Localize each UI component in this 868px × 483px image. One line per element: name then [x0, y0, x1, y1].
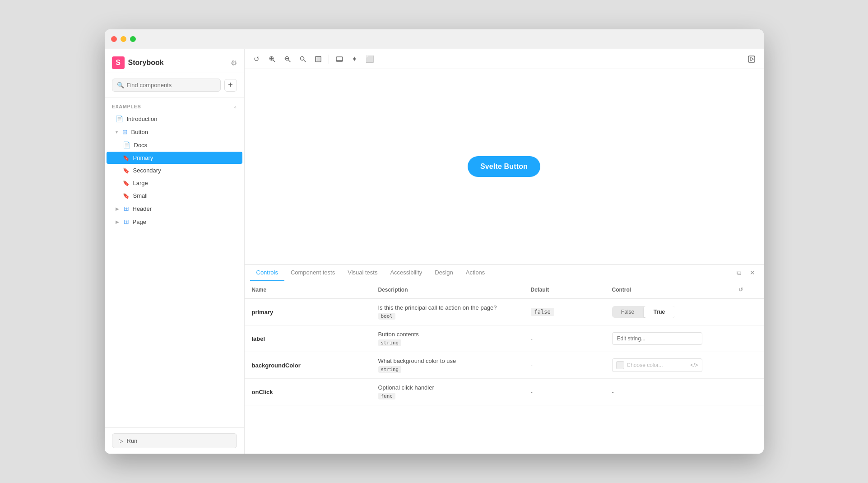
sidebar-item-page[interactable]: ▶ ⊞ Page [107, 215, 242, 228]
toggle-control[interactable]: False True [612, 306, 675, 318]
row-control: Choose color... </> [612, 358, 738, 372]
content-area: ↺ ✦ ⬜ [245, 49, 764, 454]
col-header-name: Name [252, 285, 378, 295]
sidebar-item-primary[interactable]: 🔖 Primary [107, 152, 242, 164]
logo-area: S Storybook [112, 56, 164, 69]
app-name: Storybook [128, 59, 164, 67]
zoom-in-button[interactable] [265, 52, 279, 66]
col-header-reset: ↺ [738, 285, 757, 295]
sidebar-item-label: Secondary [133, 167, 161, 174]
new-tab-button[interactable] [745, 52, 758, 66]
table-row: backgroundColor What background color to… [245, 352, 764, 379]
settings-icon[interactable]: ⚙ [231, 59, 237, 67]
zoom-out-button[interactable] [281, 52, 294, 66]
row-control: - [612, 388, 738, 396]
app-window: S Storybook ⚙ 🔍 + EXAMPLES ⬦ [105, 29, 764, 454]
preview-svelte-button[interactable]: Svelte Button [468, 156, 540, 177]
svg-point-7 [300, 56, 304, 60]
toggle-false-option[interactable]: False [612, 306, 644, 318]
bookmark-icon: 🔖 [123, 155, 130, 161]
titlebar [105, 29, 764, 49]
controls-table: Name Description Default Control ↺ prima… [245, 281, 764, 454]
search-input[interactable] [127, 82, 216, 88]
expand-arrow-icon: ▶ [116, 219, 119, 224]
minimize-button[interactable] [121, 36, 126, 42]
run-button[interactable]: ▷ Run [112, 433, 237, 448]
sidebar-item-label: Small [133, 192, 148, 199]
tab-component-tests[interactable]: Component tests [284, 265, 341, 281]
color-swatch[interactable] [616, 361, 624, 369]
doc-icon: 📄 [123, 141, 130, 149]
grid-icon: ⊞ [124, 205, 129, 212]
type-badge: string [378, 339, 402, 346]
row-default: - [531, 389, 612, 395]
doc-icon: 📄 [116, 115, 123, 122]
split-view-button[interactable]: ⧉ [733, 267, 745, 279]
row-name: onClick [252, 389, 378, 395]
table-row: label Button contents string - [245, 325, 764, 352]
color-code-icon[interactable]: </> [690, 362, 698, 368]
nav-section-header: EXAMPLES ⬦ [105, 101, 244, 112]
sidebar-item-label: Introduction [127, 116, 158, 122]
viewport-button[interactable] [333, 52, 346, 66]
reset-zoom-button[interactable] [296, 52, 310, 66]
string-input[interactable] [612, 332, 702, 345]
table-row: onClick Optional click handler func - - [245, 379, 764, 405]
sidebar-item-label: Large [133, 180, 148, 186]
tab-visual-tests[interactable]: Visual tests [341, 265, 384, 281]
sidebar-item-header[interactable]: ▶ ⊞ Header [107, 202, 242, 215]
section-chevron-icon: ⬦ [234, 104, 237, 109]
tab-design[interactable]: Design [428, 265, 459, 281]
preview-area: Svelte Button [245, 69, 764, 264]
expand-arrow-icon: ▾ [116, 130, 118, 135]
logo-icon: S [112, 56, 125, 69]
bookmark-icon: 🔖 [123, 180, 130, 186]
type-badge: bool [378, 313, 396, 320]
row-default: false [531, 308, 612, 316]
tab-actions[interactable]: Actions [460, 265, 492, 281]
sidebar-item-button[interactable]: ▾ ⊞ Button [107, 125, 242, 138]
sidebar-item-introduction[interactable]: 📄 Introduction [107, 112, 242, 125]
fullscreen-button[interactable] [311, 52, 325, 66]
row-name: primary [252, 309, 378, 316]
outline-button[interactable]: ⬜ [363, 52, 377, 66]
toolbar-divider [329, 55, 329, 64]
row-control [612, 332, 738, 345]
color-placeholder: Choose color... [627, 362, 688, 368]
bookmark-icon: 🔖 [123, 193, 130, 199]
sidebar-item-secondary[interactable]: 🔖 Secondary [107, 164, 242, 176]
toggle-true-option[interactable]: True [644, 306, 675, 318]
row-description: Optional click handler func [378, 384, 531, 399]
tabs-bar: Controls Component tests Visual tests Ac… [245, 265, 764, 281]
grid-icon: ⊞ [124, 218, 129, 225]
sidebar: S Storybook ⚙ 🔍 + EXAMPLES ⬦ [105, 49, 245, 454]
reset-icon[interactable]: ↺ [738, 287, 743, 293]
default-value: false [531, 308, 554, 316]
row-description: Button contents string [378, 331, 531, 346]
run-icon: ▷ [119, 437, 123, 444]
search-icon: 🔍 [117, 82, 124, 88]
col-header-control: Control [612, 285, 738, 295]
close-panel-button[interactable]: ✕ [747, 267, 758, 279]
maximize-button[interactable] [130, 36, 136, 42]
tab-controls[interactable]: Controls [250, 265, 284, 281]
row-name: backgroundColor [252, 362, 378, 369]
add-button[interactable]: + [224, 79, 237, 92]
tab-accessibility[interactable]: Accessibility [384, 265, 428, 281]
bottom-panel: Controls Component tests Visual tests Ac… [245, 264, 764, 454]
tab-actions-area: ⧉ ✕ [733, 267, 758, 279]
grid-button[interactable]: ✦ [348, 52, 362, 66]
toolbar-right [745, 52, 758, 66]
sidebar-item-docs[interactable]: 📄 Docs [107, 139, 242, 151]
color-control[interactable]: Choose color... </> [612, 358, 702, 372]
svg-line-8 [304, 60, 306, 62]
close-button[interactable] [111, 36, 117, 42]
main-layout: S Storybook ⚙ 🔍 + EXAMPLES ⬦ [105, 49, 764, 454]
sidebar-item-large[interactable]: 🔖 Large [107, 177, 242, 189]
sidebar-item-label: Docs [134, 142, 148, 149]
refresh-button[interactable]: ↺ [250, 52, 264, 66]
table-header: Name Description Default Control ↺ [245, 281, 764, 299]
sidebar-item-label: Header [133, 205, 152, 212]
sidebar-item-small[interactable]: 🔖 Small [107, 190, 242, 202]
section-label: EXAMPLES [112, 104, 141, 109]
